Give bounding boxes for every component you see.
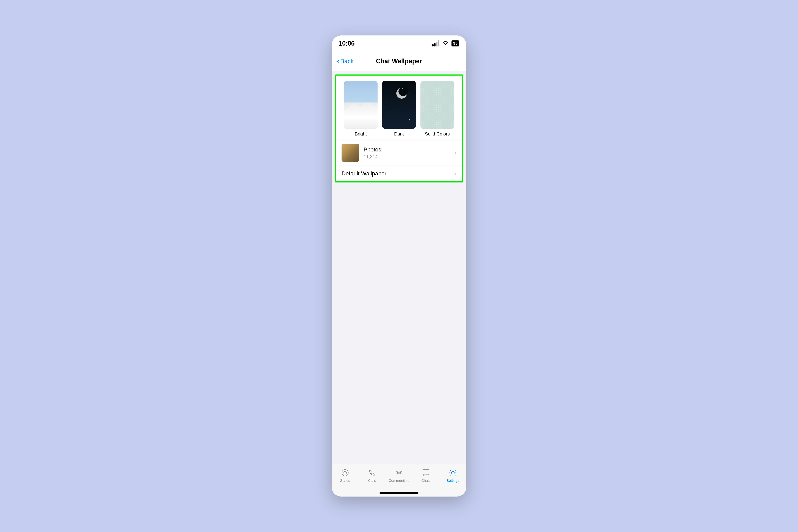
tab-status[interactable]: Status bbox=[331, 468, 359, 483]
tab-bar: Status Calls Communities Chats bbox=[331, 464, 467, 496]
svg-point-1 bbox=[342, 470, 348, 476]
photos-list-item[interactable]: Photos 11,314 › bbox=[336, 140, 462, 166]
wallpaper-thumb-dark bbox=[382, 81, 416, 129]
wallpaper-option-bright[interactable]: Bright bbox=[343, 81, 378, 137]
tab-calls-label: Calls bbox=[368, 479, 376, 483]
wallpaper-label-solid: Solid Colors bbox=[425, 131, 450, 137]
back-label: Back bbox=[340, 58, 354, 64]
list-section: Photos 11,314 › Default Wallpaper › bbox=[336, 140, 462, 182]
default-wallpaper-title: Default Wallpaper bbox=[342, 170, 454, 177]
svg-point-2 bbox=[344, 471, 346, 474]
photos-chevron-icon: › bbox=[454, 149, 456, 157]
wallpaper-option-dark[interactable]: Dark bbox=[381, 81, 417, 137]
gray-content-area bbox=[331, 186, 467, 292]
battery-badge: 95 bbox=[452, 40, 459, 46]
wallpaper-label-dark: Dark bbox=[394, 131, 404, 137]
status-time: 10:06 bbox=[339, 40, 355, 47]
status-bar: 10:06 95 bbox=[331, 36, 467, 52]
tab-settings[interactable]: Settings bbox=[439, 468, 467, 483]
tab-communities[interactable]: Communities bbox=[385, 468, 413, 483]
nav-bar: ‹ Back Chat Wallpaper bbox=[331, 52, 467, 71]
wallpaper-label-bright: Bright bbox=[355, 131, 367, 137]
svg-point-5 bbox=[400, 471, 402, 473]
signal-bars-icon bbox=[432, 40, 439, 46]
status-icon bbox=[341, 468, 349, 477]
wallpaper-thumb-solid bbox=[420, 81, 454, 129]
back-chevron-icon: ‹ bbox=[337, 58, 339, 64]
svg-point-4 bbox=[396, 471, 398, 473]
photos-count: 11,314 bbox=[363, 154, 454, 159]
photos-thumbnail bbox=[342, 144, 359, 162]
photos-text-block: Photos 11,314 bbox=[363, 146, 454, 159]
svg-point-6 bbox=[452, 471, 454, 474]
photos-title: Photos bbox=[363, 146, 454, 153]
default-wallpaper-chevron-icon: › bbox=[454, 170, 456, 177]
status-icons: 95 bbox=[432, 40, 459, 47]
content-area: Bright bbox=[331, 75, 467, 292]
phone-frame: 10:06 95 ‹ Back Chat W bbox=[331, 36, 467, 496]
wallpaper-grid: Bright bbox=[336, 76, 462, 140]
settings-icon bbox=[449, 468, 457, 477]
calls-icon bbox=[367, 468, 377, 477]
home-indicator bbox=[380, 492, 418, 494]
tab-status-label: Status bbox=[340, 479, 350, 483]
page-title: Chat Wallpaper bbox=[376, 57, 422, 65]
back-button[interactable]: ‹ Back bbox=[337, 58, 354, 64]
tab-calls[interactable]: Calls bbox=[359, 468, 385, 483]
svg-point-3 bbox=[398, 470, 400, 472]
photo-thumb-decoration bbox=[342, 144, 359, 162]
wallpaper-thumb-bright bbox=[344, 81, 378, 129]
tab-chats-label: Chats bbox=[421, 479, 431, 483]
selection-box: Bright bbox=[335, 75, 463, 183]
svg-point-0 bbox=[445, 44, 446, 45]
wifi-icon bbox=[442, 40, 449, 47]
wallpaper-option-solid[interactable]: Solid Colors bbox=[420, 81, 455, 137]
tab-settings-label: Settings bbox=[446, 479, 459, 483]
stars-decoration bbox=[382, 81, 416, 129]
communities-icon bbox=[395, 468, 403, 477]
tab-communities-label: Communities bbox=[389, 479, 410, 483]
default-wallpaper-item[interactable]: Default Wallpaper › bbox=[336, 166, 462, 182]
chats-icon bbox=[421, 468, 431, 477]
tab-chats[interactable]: Chats bbox=[413, 468, 439, 483]
